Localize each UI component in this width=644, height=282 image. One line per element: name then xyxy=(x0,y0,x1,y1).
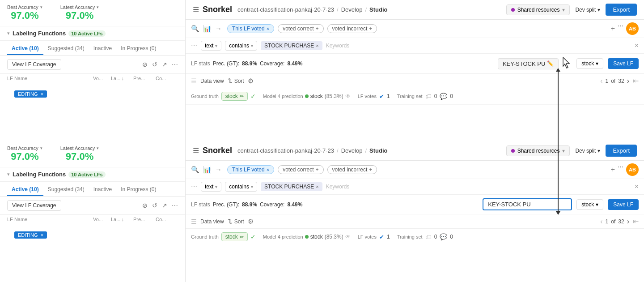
more-icon[interactable]: ⋯ xyxy=(172,61,178,68)
breadcrumb-develop-2[interactable]: Develop xyxy=(341,147,363,154)
lf-name-edit-icon[interactable]: ✏️ xyxy=(547,60,554,67)
tab-suggested[interactable]: Suggested (34) xyxy=(43,43,89,55)
view-coverage-button-2[interactable]: View LF Coverage xyxy=(7,200,61,211)
add-filter-button-2[interactable]: + xyxy=(611,163,615,176)
data-view-label-2[interactable]: Data view xyxy=(200,218,224,225)
arrow-right-icon-2[interactable]: → xyxy=(215,166,222,174)
text-type-select-2[interactable]: text ▾ xyxy=(201,182,221,192)
shared-resources-button[interactable]: Shared resources ▾ xyxy=(506,4,570,15)
settings-icon-2[interactable]: ⚙ xyxy=(248,218,254,226)
tab-in-progress-2[interactable]: In Progress (0) xyxy=(116,184,161,196)
sort-button-2[interactable]: ⇅ Sort xyxy=(228,218,244,225)
data-view-label[interactable]: Data view xyxy=(200,78,224,84)
tab-in-progress[interactable]: In Progress (0) xyxy=(116,43,161,55)
ground-truth-chip[interactable]: stock ✏ xyxy=(221,92,248,101)
tab-inactive-2[interactable]: Inactive xyxy=(89,184,116,196)
filter-icon[interactable]: ⊘ xyxy=(142,61,148,68)
best-accuracy-chevron[interactable]: ▾ xyxy=(40,5,42,9)
tab-suggested-2[interactable]: Suggested (34) xyxy=(43,184,89,196)
shared-resources-button-2[interactable]: Shared resources ▾ xyxy=(506,145,570,156)
shared-resources-dropdown-icon[interactable]: ▾ xyxy=(562,7,565,13)
this-lf-voted-close[interactable]: × xyxy=(267,26,269,31)
latest-accuracy-chevron-2[interactable]: ▾ xyxy=(97,146,99,150)
list-icon[interactable]: ☰ xyxy=(191,77,197,85)
arrow-right-icon[interactable]: → xyxy=(215,25,222,33)
breadcrumb-develop[interactable]: Develop xyxy=(341,6,363,13)
collapse-panel-icon-2[interactable]: ⇤ xyxy=(633,217,639,226)
refresh-icon[interactable]: ↺ xyxy=(152,61,157,68)
text-filter-close[interactable]: × xyxy=(635,42,639,50)
voted-incorrect-plus[interactable]: + xyxy=(369,26,372,32)
page-next-2[interactable]: › xyxy=(627,218,629,226)
sort-button[interactable]: ⇅ Sort xyxy=(228,77,244,84)
collapse-lf-icon-2[interactable]: ▾ xyxy=(7,171,10,177)
voted-incorrect-plus-2[interactable]: + xyxy=(369,167,372,173)
row-dots-icon-2[interactable]: ⋯ xyxy=(191,183,197,190)
export-button[interactable]: Export xyxy=(606,4,637,16)
shared-resources-dropdown-icon-2[interactable]: ▾ xyxy=(562,148,565,154)
voted-correct-chip[interactable]: voted correct + xyxy=(278,24,323,33)
eye-icon[interactable]: 👁 xyxy=(345,93,351,99)
ground-truth-edit-icon[interactable]: ✏ xyxy=(240,94,244,99)
search-icon-2[interactable]: 🔍 xyxy=(191,166,199,174)
hamburger-icon[interactable]: ☰ xyxy=(193,5,199,14)
sort-la-icon[interactable]: ↓ xyxy=(121,76,124,81)
lf-name-input[interactable] xyxy=(483,198,572,210)
list-icon-2[interactable]: ☰ xyxy=(191,218,197,225)
lf-name-display[interactable]: KEY-STOCK PU ✏️ xyxy=(498,58,559,69)
label-select[interactable]: stock ▾ xyxy=(576,58,603,69)
view-coverage-button[interactable]: View LF Coverage xyxy=(7,59,61,70)
voted-incorrect-chip-2[interactable]: voted incorrect + xyxy=(327,165,377,174)
tab-active[interactable]: Active (10) xyxy=(7,43,43,55)
export-button-2[interactable]: Export xyxy=(606,145,637,157)
save-lf-button[interactable]: Save LF xyxy=(608,58,639,69)
editing-badge-close-2[interactable]: × xyxy=(41,232,43,238)
ground-truth-edit-icon-2[interactable]: ✏ xyxy=(240,234,244,240)
dev-split-button-2[interactable]: Dev split ▾ xyxy=(575,148,600,154)
page-next[interactable]: › xyxy=(627,77,629,85)
export-icon[interactable]: ↗ xyxy=(162,61,167,68)
page-prev[interactable]: ‹ xyxy=(600,77,602,85)
collapse-lf-icon[interactable]: ▾ xyxy=(7,30,10,36)
save-lf-button-2[interactable]: Save LF xyxy=(608,199,639,210)
this-lf-voted-close-2[interactable]: × xyxy=(267,167,269,172)
this-lf-voted-chip-2[interactable]: This LF voted × xyxy=(227,165,274,174)
search-icon[interactable]: 🔍 xyxy=(191,25,199,33)
filter-more-icon[interactable]: ⋯ xyxy=(618,22,623,35)
tab-inactive[interactable]: Inactive xyxy=(89,43,116,55)
text-type-select[interactable]: text ▾ xyxy=(201,41,221,51)
eye-icon-2[interactable]: 👁 xyxy=(345,234,351,240)
filter-icon-2[interactable]: ⊘ xyxy=(142,202,148,209)
page-prev-2[interactable]: ‹ xyxy=(600,218,602,226)
breadcrumb-project-2[interactable]: contract-classification-pankaj-20-7-23 xyxy=(237,147,334,154)
breadcrumb-project[interactable]: contract-classification-pankaj-20-7-23 xyxy=(237,6,334,13)
voted-correct-plus-2[interactable]: + xyxy=(316,167,319,173)
filter-more-icon-2[interactable]: ⋯ xyxy=(618,163,623,176)
voted-correct-plus[interactable]: + xyxy=(316,26,319,32)
this-lf-voted-chip[interactable]: This LF voted × xyxy=(227,24,274,33)
more-icon-2[interactable]: ⋯ xyxy=(172,202,178,209)
best-accuracy-chevron-2[interactable]: ▾ xyxy=(40,146,42,150)
editing-badge-close[interactable]: × xyxy=(41,91,43,97)
stock-purchase-close-2[interactable]: × xyxy=(316,184,318,189)
export-icon-2[interactable]: ↗ xyxy=(162,202,167,209)
contains-select-2[interactable]: contains ▾ xyxy=(225,182,257,192)
keywords-placeholder[interactable]: Keywords xyxy=(326,43,350,49)
text-filter-close-2[interactable]: × xyxy=(635,183,639,191)
keywords-placeholder-2[interactable]: Keywords xyxy=(326,184,350,190)
collapse-panel-icon[interactable]: ⇤ xyxy=(633,77,639,85)
tab-active-2[interactable]: Active (10) xyxy=(7,184,43,196)
ground-truth-chip-2[interactable]: stock ✏ xyxy=(221,232,248,241)
label-select-2[interactable]: stock ▾ xyxy=(576,199,603,210)
stock-purchase-close[interactable]: × xyxy=(316,43,318,48)
sort-la-icon-2[interactable]: ↓ xyxy=(121,217,124,222)
chart-icon[interactable]: 📊 xyxy=(203,25,212,33)
voted-incorrect-chip[interactable]: voted incorrect + xyxy=(327,24,377,33)
contains-select[interactable]: contains ▾ xyxy=(225,41,257,51)
add-filter-button[interactable]: + xyxy=(611,22,615,35)
latest-accuracy-chevron[interactable]: ▾ xyxy=(97,5,99,9)
voted-correct-chip-2[interactable]: voted correct + xyxy=(278,165,323,174)
dev-split-button[interactable]: Dev split ▾ xyxy=(575,7,600,13)
refresh-icon-2[interactable]: ↺ xyxy=(152,202,157,209)
chart-icon-2[interactable]: 📊 xyxy=(203,166,212,174)
